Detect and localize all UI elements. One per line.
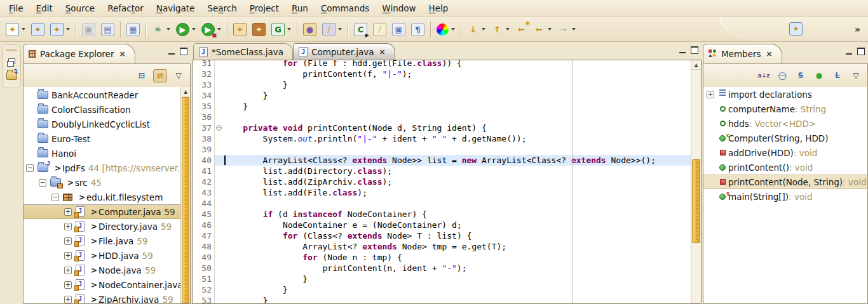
code-line-34[interactable]: 34 } <box>193 90 691 101</box>
tree-expander[interactable]: − <box>39 179 46 187</box>
code-text[interactable]: ArrayList<? extends Node> tmp = e.get(T)… <box>223 241 691 252</box>
hide-non-public-button[interactable]: ● <box>812 69 826 83</box>
scroll-up-arrow-icon[interactable]: ▲ <box>691 60 701 70</box>
code-line-47[interactable]: 47 for (Class<? extends Node> T : list) … <box>193 230 691 241</box>
menu-item-project[interactable]: Project <box>243 1 285 15</box>
members-tab[interactable]: Members × <box>703 44 782 63</box>
code-text[interactable]: } <box>223 79 691 90</box>
fold-column[interactable] <box>215 187 223 198</box>
code-line-40[interactable]: 40 ArrayList<Class<? extends Node>> list… <box>193 155 691 166</box>
code-text[interactable]: for (File f : hdd.get(File.class)) { <box>223 60 691 69</box>
new-java-project-button[interactable]: ✦ <box>233 23 247 36</box>
tree-item-ipdfs[interactable]: −J>IpdFs44 [https://svnserver.i <box>24 161 181 175</box>
maximize-button[interactable] <box>857 48 865 55</box>
dropdown-arrow-icon[interactable] <box>192 28 196 30</box>
package-explorer-scrollbar[interactable]: ▲ <box>180 87 190 303</box>
fold-column[interactable] <box>215 284 223 295</box>
print-button[interactable]: ▤ <box>101 23 114 36</box>
line-number[interactable]: 41 <box>193 166 215 176</box>
dropdown-arrow-icon[interactable] <box>22 28 25 30</box>
editor-scrollbar[interactable]: ▲ <box>691 60 701 303</box>
fold-column[interactable] <box>215 90 223 101</box>
code-text[interactable]: } <box>223 284 691 295</box>
fold-column[interactable] <box>215 198 223 209</box>
tree-item-node-java[interactable]: +J>Node.java59 <box>24 263 181 277</box>
editor-tab-computer-java[interactable]: JComputer.java× <box>293 43 395 60</box>
color-palette-button[interactable] <box>437 23 455 36</box>
fold-column[interactable] <box>215 69 223 79</box>
fold-column[interactable] <box>215 220 223 230</box>
line-number[interactable]: 45 <box>193 209 215 220</box>
line-number[interactable]: 32 <box>193 69 215 79</box>
package-explorer-tab[interactable]: Package Explorer × <box>23 44 135 63</box>
debug-button[interactable]: ✳ <box>152 23 170 36</box>
code-text[interactable]: NodeContainer e = (NodeContainer) d; <box>223 220 691 230</box>
tree-item-nodecontainer-java[interactable]: +J>NodeContainer.java <box>24 277 181 292</box>
fold-column[interactable] <box>215 241 223 252</box>
tree-expander[interactable]: + <box>64 223 72 230</box>
code-line-33[interactable]: 33 } <box>193 79 691 90</box>
maximize-button[interactable] <box>691 46 698 54</box>
open-perspective-button[interactable]: ✦ <box>789 22 803 36</box>
tree-item-directory-java[interactable]: +J>Directory.java59 <box>24 219 181 234</box>
open-type-button[interactable]: ● <box>303 23 316 36</box>
open-fastview-icon[interactable] <box>6 72 17 80</box>
code-text[interactable] <box>223 112 691 122</box>
code-line-42[interactable]: 42 list.add(ZipArchiv.class); <box>193 176 691 187</box>
tree-expander[interactable]: − <box>26 164 34 172</box>
minimize-button[interactable] <box>846 48 852 55</box>
code-text[interactable]: System.out.println("|-" + ident + " " + … <box>223 133 691 144</box>
scrollbar-thumb[interactable] <box>692 159 700 243</box>
close-icon[interactable]: × <box>766 50 773 58</box>
fold-column[interactable] <box>215 101 223 112</box>
menu-item-commands[interactable]: Commands <box>315 1 376 15</box>
tree-item-ziparchiv-java[interactable]: +J>ZipArchiv.java59 <box>24 292 181 303</box>
scroll-up-arrow-icon[interactable]: ▲ <box>181 87 190 96</box>
tree-item-src[interactable]: −>src45 <box>24 175 181 190</box>
code-line-48[interactable]: 48 ArrayList<? extends Node> tmp = e.get… <box>193 241 691 252</box>
run-button[interactable]: ▶ <box>176 23 196 36</box>
line-number[interactable]: 46 <box>193 220 215 230</box>
line-number[interactable]: 49 <box>193 252 215 263</box>
tree-item-hanoi[interactable]: Hanoi <box>24 146 181 161</box>
checkout-button[interactable]: C▶ <box>354 23 367 36</box>
dropdown-arrow-icon[interactable] <box>66 28 70 30</box>
fold-collapse-icon[interactable] <box>216 125 222 131</box>
code-line-37[interactable]: 37 private void printContent(Node d, Str… <box>193 122 691 133</box>
code-text[interactable] <box>223 198 691 209</box>
link-with-editor-button[interactable]: ⇄ <box>153 69 167 83</box>
member-item-computername[interactable]: computerName : String <box>703 102 867 116</box>
member-item-printcontent-node-string-[interactable]: printContent(Node, String) : void <box>703 175 867 189</box>
tree-expander[interactable]: + <box>64 237 72 245</box>
code-text[interactable]: for (Node n : tmp) { <box>223 252 691 263</box>
code-text[interactable]: } <box>223 101 691 112</box>
dropdown-arrow-icon[interactable] <box>451 28 455 30</box>
code-text[interactable]: list.add(Directory.class); <box>223 166 691 176</box>
tree-expander[interactable]: + <box>64 281 72 289</box>
line-number[interactable]: 37 <box>193 122 215 133</box>
sort-button[interactable]: a↓z <box>757 69 771 83</box>
code-text[interactable]: list.add(ZipArchiv.class); <box>223 176 691 187</box>
code-line-31[interactable]: 31 for (File f : hdd.get(File.class)) { <box>193 60 691 69</box>
code-line-49[interactable]: 49 for (Node n : tmp) { <box>193 252 691 263</box>
dropdown-arrow-icon[interactable] <box>338 28 342 30</box>
code-text[interactable]: printContent(f, "|-"); <box>223 69 691 79</box>
line-number[interactable]: 38 <box>193 133 215 144</box>
code-text[interactable]: private void printContent(Node d, String… <box>223 122 691 133</box>
dropdown-arrow-icon[interactable] <box>287 28 291 30</box>
tree-expander[interactable]: − <box>51 194 59 201</box>
code-text[interactable]: if (d instanceof NodeContainer) { <box>223 209 691 220</box>
more-perspectives-chevron[interactable]: » <box>855 24 860 34</box>
hide-local-types-button[interactable]: L <box>831 69 844 83</box>
fold-column[interactable] <box>215 112 223 122</box>
code-line-52[interactable]: 52 } <box>193 284 691 295</box>
code-line-43[interactable]: 43 list.add(File.class); <box>193 187 691 198</box>
maximize-button[interactable] <box>180 48 187 55</box>
hide-static-button[interactable]: S <box>794 69 808 83</box>
dropdown-arrow-icon[interactable] <box>572 28 576 30</box>
last-edit-location-button[interactable]: ←✱ <box>515 23 527 36</box>
dropdown-arrow-icon[interactable] <box>166 28 170 30</box>
fold-column[interactable] <box>215 252 223 263</box>
code-text[interactable]: printContent(n, ident + "-"); <box>223 263 691 274</box>
close-icon[interactable]: × <box>379 48 386 56</box>
